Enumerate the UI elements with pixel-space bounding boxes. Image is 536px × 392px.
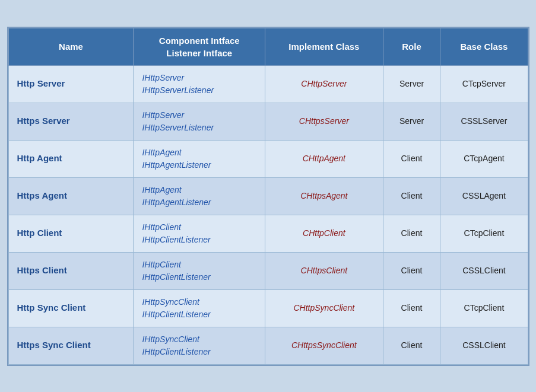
interface-line2: IHttpClientListener — [142, 346, 256, 358]
interface-line1: IHttpAgent — [142, 184, 256, 196]
cell-base: CTcpClient — [440, 289, 528, 327]
interface-line2: IHttpClientListener — [142, 271, 256, 283]
cell-implement: CHttpsAgent — [265, 177, 383, 215]
table-row: Http ServerIHttpServerIHttpServerListene… — [8, 65, 528, 103]
header-name: Name — [8, 28, 134, 65]
cell-name: Https Client — [8, 252, 134, 289]
cell-name: Http Client — [8, 215, 134, 252]
cell-base: CTcpServer — [440, 65, 528, 103]
table-row: Https ServerIHttpServerIHttpServerListen… — [8, 103, 528, 140]
table-row: Http Sync ClientIHttpSyncClientIHttpClie… — [8, 289, 528, 327]
cell-implement: CHttpsServer — [265, 103, 383, 140]
cell-role: Client — [383, 252, 440, 289]
interface-line2: IHttpClientListener — [142, 234, 256, 246]
header-row: Name Component Intface Listener Intface … — [8, 28, 528, 65]
cell-name: Http Server — [8, 65, 134, 103]
header-base: Base Class — [440, 28, 528, 65]
cell-base: CSSLAgent — [440, 177, 528, 215]
cell-interfaces: IHttpServerIHttpServerListener — [134, 65, 265, 103]
cell-interfaces: IHttpClientIHttpClientListener — [134, 215, 265, 252]
cell-name: Http Sync Client — [8, 289, 134, 327]
cell-role: Client — [383, 327, 440, 364]
cell-interfaces: IHttpSyncClientIHttpClientListener — [134, 289, 265, 327]
cell-implement: CHttpServer — [265, 65, 383, 103]
cell-base: CSSLClient — [440, 327, 528, 364]
header-interfaces: Component Intface Listener Intface — [134, 28, 265, 65]
cell-interfaces: IHttpSyncClientIHttpClientListener — [134, 327, 265, 364]
interface-line1: IHttpAgent — [142, 146, 256, 159]
interface-line1: IHttpSyncClient — [142, 333, 256, 346]
cell-interfaces: IHttpAgentIHttpAgentListener — [134, 140, 265, 177]
cell-name: Https Server — [8, 103, 134, 140]
cell-role: Server — [383, 65, 440, 103]
cell-implement: CHttpSyncClient — [265, 289, 383, 327]
interface-line2: IHttpServerListener — [142, 122, 256, 134]
cell-base: CTcpClient — [440, 215, 528, 252]
cell-name: Http Agent — [8, 140, 134, 177]
interface-line2: IHttpClientListener — [142, 308, 256, 321]
cell-role: Client — [383, 140, 440, 177]
table-row: Http AgentIHttpAgentIHttpAgentListenerCH… — [8, 140, 528, 177]
cell-base: CSSLServer — [440, 103, 528, 140]
interface-line1: IHttpServer — [142, 72, 256, 84]
table-row: Https Sync ClientIHttpSyncClientIHttpCli… — [8, 327, 528, 364]
table-row: Https ClientIHttpClientIHttpClientListen… — [8, 252, 528, 289]
header-interface-line2: Listener Intface — [166, 48, 232, 58]
cell-implement: CHttpsSyncClient — [265, 327, 383, 364]
cell-interfaces: IHttpAgentIHttpAgentListener — [134, 177, 265, 215]
cell-role: Client — [383, 177, 440, 215]
interface-line2: IHttpAgentListener — [142, 159, 256, 171]
interface-line2: IHttpAgentListener — [142, 196, 256, 209]
cell-role: Client — [383, 289, 440, 327]
cell-interfaces: IHttpClientIHttpClientListener — [134, 252, 265, 289]
main-table-wrapper: Name Component Intface Listener Intface … — [7, 27, 529, 366]
cell-implement: CHttpClient — [265, 215, 383, 252]
interface-line1: IHttpClient — [142, 259, 256, 271]
cell-base: CSSLClient — [440, 252, 528, 289]
header-role: Role — [383, 28, 440, 65]
cell-base: CTcpAgent — [440, 140, 528, 177]
cell-implement: CHttpAgent — [265, 140, 383, 177]
table-row: Https AgentIHttpAgentIHttpAgentListenerC… — [8, 177, 528, 215]
table-body: Http ServerIHttpServerIHttpServerListene… — [8, 65, 528, 364]
interface-line1: IHttpClient — [142, 221, 256, 234]
cell-implement: CHttpsClient — [265, 252, 383, 289]
interface-line1: IHttpServer — [142, 109, 256, 122]
cell-role: Client — [383, 215, 440, 252]
cell-name: Https Sync Client — [8, 327, 134, 364]
interface-line1: IHttpSyncClient — [142, 296, 256, 308]
header-implement: Implement Class — [265, 28, 383, 65]
table-row: Http ClientIHttpClientIHttpClientListene… — [8, 215, 528, 252]
data-table: Name Component Intface Listener Intface … — [8, 28, 528, 365]
cell-name: Https Agent — [8, 177, 134, 215]
cell-interfaces: IHttpServerIHttpServerListener — [134, 103, 265, 140]
cell-role: Server — [383, 103, 440, 140]
interface-line2: IHttpServerListener — [142, 84, 256, 97]
header-interface-line1: Component Intface — [159, 36, 240, 46]
